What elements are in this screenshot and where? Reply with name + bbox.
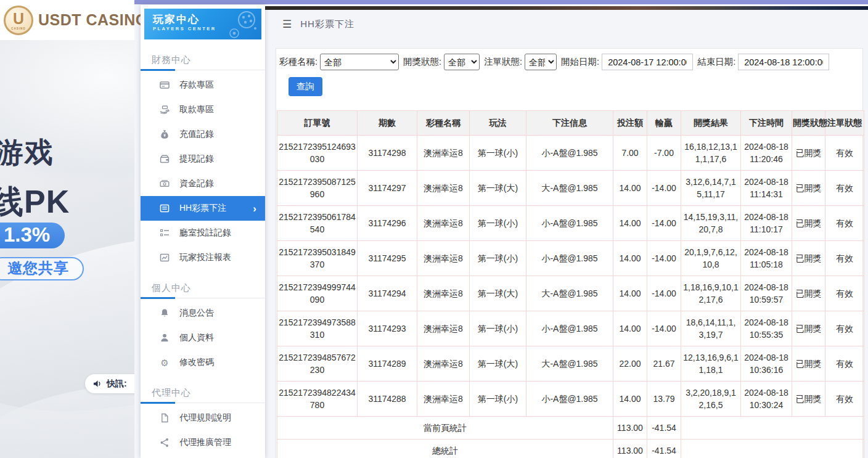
bets-table: 訂單號期數彩種名稱玩法下注信息投注額輸贏開獎結果下注時間開獎狀態注單狀態 215… — [277, 110, 864, 458]
sidebar-item-change-password[interactable]: ⚙修改密碼 — [141, 350, 265, 375]
cell-bet-amount: 14.00 — [613, 382, 647, 417]
summary-empty — [681, 440, 864, 458]
sidebar-item-recharge-record[interactable]: ¥充值記錄 — [141, 122, 265, 147]
list-icon — [159, 203, 170, 213]
summary-bet-amount: 113.00 — [613, 417, 647, 440]
start-date-label: 開始日期: — [561, 56, 599, 68]
cell-bet-amount: 14.00 — [613, 311, 647, 346]
cell-win-loss: -14.00 — [647, 206, 681, 241]
sidebar-section-title: 個人中心 — [152, 282, 265, 294]
sidebar-item-player-bet-report[interactable]: 玩家投注報表 — [141, 245, 265, 270]
order-status-label: 注單狀態: — [484, 56, 522, 68]
bank-card-icon — [159, 80, 170, 90]
gamepad-decor-icon — [216, 10, 259, 39]
cell-lottery-name: 澳洲幸运8 — [417, 276, 470, 311]
cell-play-type: 第一球(小) — [470, 382, 526, 417]
cell-period: 31174289 — [358, 346, 417, 382]
lottery-name-select[interactable]: 全部 — [320, 54, 399, 70]
section-underline — [141, 403, 265, 403]
sidebar-item-agent-promotion[interactable]: 代理推廣管理 — [141, 430, 265, 455]
site-logo[interactable]: U CASINO USDT CASINO — [0, 0, 134, 40]
cell-bet-info: 大-A盤@1.985 — [526, 171, 613, 206]
col-header-win-loss: 輸贏 — [647, 111, 681, 136]
end-date-input[interactable] — [738, 54, 829, 70]
sidebar-item-withdraw-area[interactable]: 取款專區 — [141, 97, 265, 122]
sidebar-item-announcements[interactable]: 消息公告 — [141, 301, 265, 325]
ticker-label: 快訊: — [107, 378, 127, 390]
sidebar-item-label: 玩家投注報表 — [179, 252, 231, 263]
start-date-input[interactable] — [602, 54, 693, 70]
cell-order-status: 有效 — [825, 276, 864, 311]
cell-draw-result: 18,6,14,11,1,3,19,7 — [681, 311, 741, 346]
col-header-order-status: 注單狀態 — [825, 111, 864, 136]
cell-play-type: 第一球(大) — [470, 276, 526, 311]
sidebar-header: 玩家中心 PLAYERS CENTER — [144, 9, 261, 39]
sidebar-item-fund-record[interactable]: 資金記錄 — [141, 171, 265, 196]
document-icon — [159, 413, 170, 423]
cell-draw-result: 1,18,16,9,10,12,17,6 — [681, 276, 741, 311]
summary-label: 總統計 — [277, 440, 613, 458]
cell-lottery-name: 澳洲幸运8 — [417, 206, 470, 241]
main-content: ☰ HH彩票下注 彩種名稱: 全部 開獎狀態: 全部 注單狀態: 全部 開始日期… — [265, 10, 868, 458]
cell-bet-info: 大-A盤@1.985 — [526, 346, 613, 382]
cell-bet-info: 小-A盤@1.985 — [526, 136, 613, 171]
cell-play-type: 第一球(小) — [470, 136, 526, 171]
promo-invite-badge: 邀您共享 — [0, 257, 84, 280]
sidebar-item-hh-lottery-bets[interactable]: HH彩票下注› — [141, 196, 265, 221]
speaker-icon — [93, 379, 102, 388]
chevron-right-icon: › — [253, 203, 256, 214]
cell-order-status: 有效 — [825, 241, 864, 276]
sidebar-item-label: 修改密碼 — [179, 357, 214, 368]
table-row: 215217239503184937031174295澳洲幸运8第一球(小)小-… — [277, 241, 864, 276]
cell-bet-info: 小-A盤@1.985 — [526, 206, 613, 241]
summary-row: 總統計113.00-41.54 — [277, 440, 864, 458]
cell-order-no: 2152172394999744090 — [277, 276, 358, 311]
content-topbar: ☰ HH彩票下注 — [265, 10, 868, 38]
cell-lottery-name: 澳洲幸运8 — [417, 171, 470, 206]
filter-bar: 彩種名稱: 全部 開獎狀態: 全部 注單狀態: 全部 開始日期: 結束日期: — [276, 49, 862, 70]
cell-bet-amount: 14.00 — [613, 241, 647, 276]
sidebar-item-label: 個人資料 — [179, 332, 214, 343]
cell-order-no: 2152172395124693030 — [277, 136, 358, 171]
hamburger-icon[interactable]: ☰ — [282, 19, 292, 30]
brand-name: USDT CASINO — [38, 11, 148, 29]
draw-status-select[interactable]: 全部 — [444, 54, 480, 70]
cell-bet-amount: 14.00 — [613, 206, 647, 241]
sidebar-item-room-bet-record[interactable]: 廳室投註記錄 — [141, 221, 265, 245]
cell-play-type: 第一球(大) — [470, 171, 526, 206]
cell-bet-info: 小-A盤@1.985 — [526, 382, 613, 417]
sidebar-item-deposit-area[interactable]: 存款專區 — [141, 73, 265, 97]
cell-lottery-name: 澳洲幸运8 — [417, 136, 470, 171]
col-header-order-no: 訂單號 — [277, 111, 358, 136]
cell-order-status: 有效 — [825, 171, 864, 206]
bell-icon — [159, 308, 170, 318]
sidebar-item-agent-rules[interactable]: 代理規則說明 — [141, 406, 265, 430]
cell-win-loss: -14.00 — [647, 311, 681, 346]
query-button[interactable]: 查詢 — [289, 77, 322, 96]
gear-icon: ⚙ — [159, 358, 170, 367]
cell-period: 31174298 — [358, 136, 417, 171]
cell-order-no: 2152172395061784540 — [277, 206, 358, 241]
cell-bet-time: 2024-08-18 11:20:46 — [741, 136, 792, 171]
promo-headline-1: 游戏 — [0, 134, 54, 172]
sidebar-item-label: HH彩票下注 — [179, 203, 226, 214]
cell-draw-result: 12,13,16,9,6,11,18,1 — [681, 346, 741, 382]
cell-lottery-name: 澳洲幸运8 — [417, 311, 470, 346]
cell-draw-status: 已開獎 — [792, 382, 825, 417]
cell-draw-status: 已開獎 — [792, 276, 825, 311]
banknote-icon — [159, 179, 170, 189]
cell-draw-result: 3,2,20,18,9,12,16,5 — [681, 382, 741, 417]
sidebar-item-label: 資金記錄 — [179, 178, 214, 189]
table-row: 215217239499974409031174294澳洲幸运8第一球(大)大-… — [277, 276, 864, 311]
sidebar-item-profile[interactable]: 個人資料 — [141, 325, 265, 350]
cell-win-loss: -14.00 — [647, 241, 681, 276]
cell-bet-amount: 22.00 — [613, 346, 647, 382]
sidebar-item-withdraw-record[interactable]: 提現記錄 — [141, 147, 265, 171]
cell-win-loss: 13.79 — [647, 382, 681, 417]
cell-draw-result: 3,12,6,14,7,15,11,17 — [681, 171, 741, 206]
table-row: 215217239485767223031174289澳洲幸运8第一球(大)大-… — [277, 346, 864, 382]
col-header-bet-amount: 投注額 — [613, 111, 647, 136]
cell-play-type: 第一球(小) — [470, 241, 526, 276]
cell-draw-status: 已開獎 — [792, 346, 825, 382]
order-status-select[interactable]: 全部 — [525, 54, 557, 70]
